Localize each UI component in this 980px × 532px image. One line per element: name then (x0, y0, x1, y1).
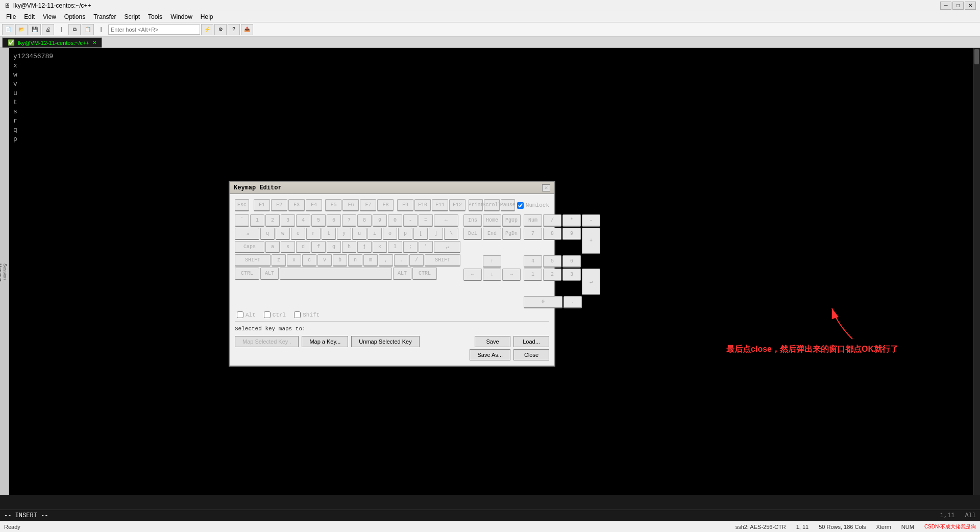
key-5[interactable]: 5 (311, 214, 326, 227)
menu-view[interactable]: View (39, 12, 60, 21)
key-p[interactable]: p (398, 228, 412, 240)
key-2[interactable]: 2 (265, 214, 280, 227)
key-ins[interactable]: Ins (463, 214, 482, 227)
key-f6[interactable]: F6 (342, 199, 359, 211)
key-minus[interactable]: - (403, 214, 418, 227)
key-pgup[interactable]: PgUp (502, 214, 521, 227)
key-lbracket[interactable]: [ (413, 228, 428, 240)
key-c[interactable]: c (302, 254, 316, 267)
key-down[interactable]: ↓ (483, 269, 501, 281)
key-num-9[interactable]: 9 (562, 228, 581, 240)
key-x[interactable]: x (287, 254, 301, 267)
alt-checkbox[interactable] (237, 311, 243, 318)
key-3[interactable]: 3 (281, 214, 295, 227)
key-0[interactable]: 0 (388, 214, 402, 227)
key-9[interactable]: 9 (373, 214, 387, 227)
key-v[interactable]: v (317, 254, 332, 267)
key-rctrl[interactable]: CTRL (412, 268, 437, 280)
key-6[interactable]: 6 (327, 214, 341, 227)
key-num-8[interactable]: 8 (543, 228, 561, 240)
numlock-checkbox[interactable] (517, 202, 524, 209)
new-session-button[interactable]: 📄 (2, 24, 14, 35)
key-numlock[interactable]: Num (524, 214, 542, 227)
key-num-enter[interactable]: ↵ (582, 269, 600, 295)
key-pgdn[interactable]: PgDn (502, 228, 521, 240)
map-selected-key-button[interactable]: Map Selected Key . (235, 336, 299, 347)
key-right[interactable]: → (502, 269, 521, 281)
save-as-button[interactable]: Save As... (470, 349, 510, 360)
window-close-button[interactable]: ✕ (965, 2, 976, 10)
key-backslash[interactable]: \ (444, 228, 458, 240)
key-slash[interactable]: / (409, 254, 424, 267)
key-t[interactable]: t (322, 228, 336, 240)
key-f4[interactable]: F4 (306, 199, 322, 211)
shift-checkbox[interactable] (294, 311, 301, 318)
key-f1[interactable]: F1 (254, 199, 270, 211)
key-h[interactable]: h (342, 241, 356, 253)
key-s[interactable]: s (281, 241, 295, 253)
session-manager[interactable]: SessionManager (0, 261, 9, 284)
key-l[interactable]: l (388, 241, 402, 253)
terminal-scrollbar[interactable] (973, 48, 980, 495)
connect-button[interactable]: ⚡ (201, 24, 213, 35)
key-num-2[interactable]: 2 (543, 269, 561, 281)
session-tab[interactable]: ✅ lky@VM-12-11-centos:~/c++ ✕ (2, 37, 102, 47)
key-8[interactable]: 8 (357, 214, 372, 227)
map-a-key-button[interactable]: Map a Key... (302, 336, 348, 347)
key-lshift[interactable]: SHIFT (235, 254, 271, 267)
key-j[interactable]: j (357, 241, 372, 253)
key-f7[interactable]: F7 (360, 199, 376, 211)
key-end[interactable]: End (483, 228, 501, 240)
key-f11[interactable]: F11 (432, 199, 448, 211)
key-lalt[interactable]: ALT (260, 268, 279, 280)
key-o[interactable]: o (383, 228, 397, 240)
key-period[interactable]: . (394, 254, 408, 267)
key-ralt[interactable]: ALT (393, 268, 411, 280)
key-quote[interactable]: ' (419, 241, 433, 253)
key-caps[interactable]: Caps (235, 241, 264, 253)
key-f2[interactable]: F2 (271, 199, 287, 211)
key-num-5[interactable]: 5 (543, 255, 561, 268)
options-button[interactable]: ⚙ (214, 24, 227, 35)
key-comma[interactable]: , (379, 254, 393, 267)
key-num-0[interactable]: 0 (524, 296, 562, 308)
key-num-dot[interactable]: . (564, 296, 582, 308)
key-equals[interactable]: = (419, 214, 433, 227)
load-button[interactable]: Load... (513, 336, 549, 347)
key-g[interactable]: g (327, 241, 341, 253)
key-del[interactable]: Del (463, 228, 482, 240)
key-f9[interactable]: F9 (397, 199, 413, 211)
key-f[interactable]: f (311, 241, 326, 253)
key-m[interactable]: m (363, 254, 378, 267)
open-button[interactable]: 📂 (15, 24, 28, 35)
minimize-button[interactable]: ─ (940, 2, 951, 10)
host-input[interactable] (108, 25, 200, 35)
key-u[interactable]: u (352, 228, 366, 240)
save-session-button[interactable]: 💾 (29, 24, 41, 35)
key-d[interactable]: d (296, 241, 310, 253)
menu-tools[interactable]: Tools (144, 12, 166, 21)
key-print[interactable]: Print (469, 199, 483, 211)
help-toolbar-button[interactable]: ? (228, 24, 240, 35)
key-esc[interactable]: Esc (235, 199, 249, 211)
ctrl-checkbox[interactable] (264, 311, 271, 318)
key-i[interactable]: i (368, 228, 382, 240)
key-num-minus[interactable]: - (582, 214, 600, 227)
terminal[interactable]: y123456789 x w v u t s r q p Keymap Edit… (9, 48, 980, 495)
key-semicolon[interactable]: ; (403, 241, 418, 253)
key-num-6[interactable]: 6 (562, 255, 581, 268)
keymap-dialog-close-button[interactable]: ✕ (542, 184, 550, 191)
menu-help[interactable]: Help (197, 12, 217, 21)
key-q[interactable]: q (260, 228, 275, 240)
key-a[interactable]: a (265, 241, 280, 253)
key-backtick[interactable]: ` (235, 214, 249, 227)
numlock-check[interactable]: Numlock (517, 202, 549, 209)
key-1[interactable]: 1 (250, 214, 264, 227)
key-num-3[interactable]: 3 (562, 269, 581, 281)
key-k[interactable]: k (373, 241, 387, 253)
key-num-4[interactable]: 4 (524, 255, 542, 268)
menu-edit[interactable]: Edit (20, 12, 39, 21)
menu-file[interactable]: File (2, 12, 20, 21)
close-dialog-button[interactable]: Close (513, 349, 549, 360)
key-r[interactable]: r (306, 228, 321, 240)
